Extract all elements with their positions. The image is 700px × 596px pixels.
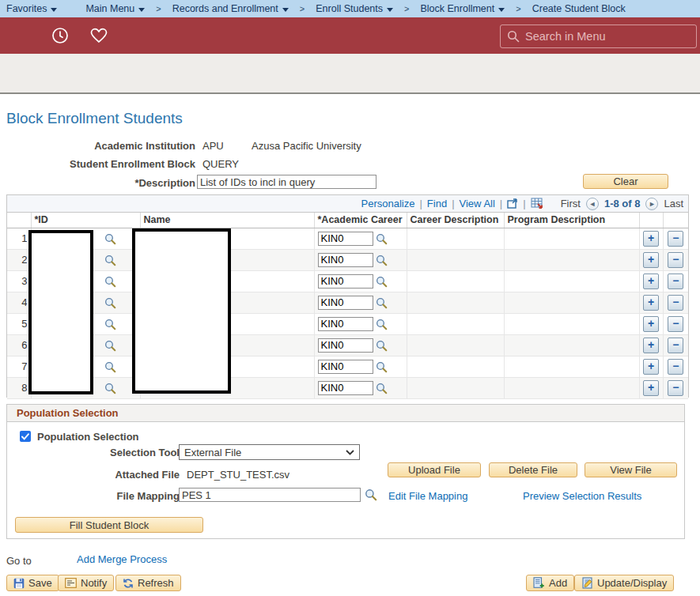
column-rownum (7, 213, 31, 228)
remove-row-button[interactable]: − (668, 380, 683, 396)
career-lookup-icon[interactable] (376, 233, 388, 245)
add-row-button[interactable]: + (643, 380, 659, 396)
id-lookup-icon[interactable] (104, 361, 116, 373)
file-mapping-lookup-icon[interactable] (365, 488, 377, 501)
table-row: 5 + − (7, 313, 688, 334)
update-display-button[interactable]: Update/Display (574, 575, 674, 591)
academic-career-input[interactable] (318, 296, 373, 310)
remove-row-button[interactable]: − (668, 252, 683, 268)
career-lookup-icon[interactable] (376, 319, 388, 330)
id-lookup-icon[interactable] (104, 233, 116, 245)
view-all-link[interactable]: View All (460, 198, 495, 209)
remove-row-button[interactable]: − (668, 338, 683, 353)
download-to-excel-icon[interactable] (531, 198, 543, 209)
column-career-description: Career Description (407, 213, 504, 228)
career-lookup-icon[interactable] (376, 340, 388, 352)
recent-history-clock-icon[interactable] (51, 26, 70, 45)
add-row-button[interactable]: + (643, 252, 659, 268)
add-row-button[interactable]: + (643, 231, 659, 247)
academic-career-input[interactable] (318, 338, 373, 353)
menu-search-box[interactable] (500, 25, 697, 48)
career-lookup-icon[interactable] (376, 297, 388, 309)
file-mapping-label: File Mapping (7, 490, 180, 502)
redaction-box-id-column (28, 230, 93, 394)
selection-tool-dropdown[interactable]: External File (179, 444, 360, 460)
add-row-button[interactable]: + (643, 359, 659, 375)
file-mapping-input[interactable] (179, 488, 361, 502)
id-lookup-icon[interactable] (104, 383, 116, 394)
pager-first-label[interactable]: First (561, 198, 581, 209)
column-academic-career: *Academic Career (314, 213, 407, 228)
career-lookup-icon[interactable] (376, 255, 388, 266)
add-row-button[interactable]: + (643, 338, 659, 353)
pager-next-icon[interactable]: ► (645, 198, 658, 210)
selection-tool-value: External File (184, 447, 241, 458)
zoom-popup-icon[interactable] (507, 198, 518, 209)
breadcrumb-label: Block Enrollment (420, 3, 494, 14)
program-description-cell (504, 249, 639, 270)
career-lookup-icon[interactable] (376, 361, 388, 373)
career-lookup-icon[interactable] (376, 383, 388, 394)
view-file-button[interactable]: View File (585, 462, 677, 477)
chevron-down-icon (282, 8, 289, 12)
add-row-button[interactable]: + (643, 316, 659, 332)
breadcrumb-records-and-enrollment[interactable]: Records and Enrollment (172, 3, 289, 14)
notify-button[interactable]: Notify (58, 575, 114, 591)
add-button[interactable]: Add (526, 575, 574, 591)
career-description-cell (407, 334, 504, 356)
find-link[interactable]: Find (427, 198, 447, 209)
academic-career-input[interactable] (318, 317, 373, 331)
row-number: 6 (7, 334, 31, 356)
favorites-heart-icon[interactable] (89, 26, 108, 45)
pager-prev-icon[interactable]: ◄ (586, 198, 599, 210)
row-number: 3 (7, 270, 31, 292)
academic-career-input[interactable] (318, 232, 373, 246)
notify-label: Notify (81, 577, 107, 589)
id-lookup-icon[interactable] (104, 297, 116, 309)
edit-file-mapping-link[interactable]: Edit File Mapping (388, 490, 467, 502)
remove-row-button[interactable]: − (668, 316, 683, 332)
breadcrumb-block-enrollment[interactable]: Block Enrollment (420, 3, 505, 14)
add-row-cell: + (639, 356, 663, 377)
remove-row-button[interactable]: − (668, 273, 683, 289)
selection-tool-label: Selection Tool (7, 447, 180, 458)
add-row-button[interactable]: + (643, 295, 659, 311)
career-lookup-icon[interactable] (376, 276, 388, 288)
academic-institution-name: Azusa Pacific University (252, 140, 361, 152)
academic-career-input[interactable] (318, 381, 373, 395)
add-row-button[interactable]: + (643, 273, 659, 289)
id-lookup-icon[interactable] (104, 276, 116, 288)
clear-button[interactable]: Clear (583, 174, 668, 189)
personalize-link[interactable]: Personalize (361, 198, 415, 209)
career-description-cell (407, 313, 504, 334)
remove-row-button[interactable]: − (668, 359, 683, 375)
breadcrumb: Favorites Main Menu > Records and Enroll… (0, 0, 700, 17)
id-lookup-icon[interactable] (104, 255, 116, 266)
add-merge-process-link[interactable]: Add Merge Process (77, 553, 167, 565)
pager-range: 1-8 of 8 (604, 198, 641, 209)
program-description-cell (504, 270, 639, 292)
remove-row-button[interactable]: − (668, 295, 683, 311)
upload-file-button[interactable]: Upload File (388, 462, 481, 477)
remove-row-cell: − (663, 270, 688, 292)
save-button[interactable]: Save (6, 575, 59, 591)
grid-pager: First ◄ 1-8 of 8 ► Last (561, 198, 683, 210)
refresh-button[interactable]: Refresh (115, 575, 181, 591)
delete-file-button[interactable]: Delete File (489, 462, 577, 477)
id-lookup-icon[interactable] (104, 340, 116, 352)
preview-selection-results-link[interactable]: Preview Selection Results (523, 490, 641, 502)
id-lookup-icon[interactable] (104, 319, 116, 330)
search-input[interactable] (525, 30, 690, 43)
remove-row-button[interactable]: − (668, 231, 683, 247)
pager-last-label[interactable]: Last (664, 198, 683, 209)
academic-career-input[interactable] (318, 360, 373, 374)
breadcrumb-main-menu[interactable]: Main Menu (85, 3, 145, 14)
career-description-cell (407, 270, 504, 292)
population-selection-checkbox[interactable] (20, 431, 31, 442)
breadcrumb-enroll-students[interactable]: Enroll Students (316, 3, 393, 14)
breadcrumb-favorites[interactable]: Favorites (6, 3, 57, 14)
academic-career-input[interactable] (318, 274, 373, 289)
description-input[interactable] (197, 175, 376, 189)
fill-student-block-button[interactable]: Fill Student Block (15, 517, 203, 533)
academic-career-input[interactable] (318, 253, 373, 267)
